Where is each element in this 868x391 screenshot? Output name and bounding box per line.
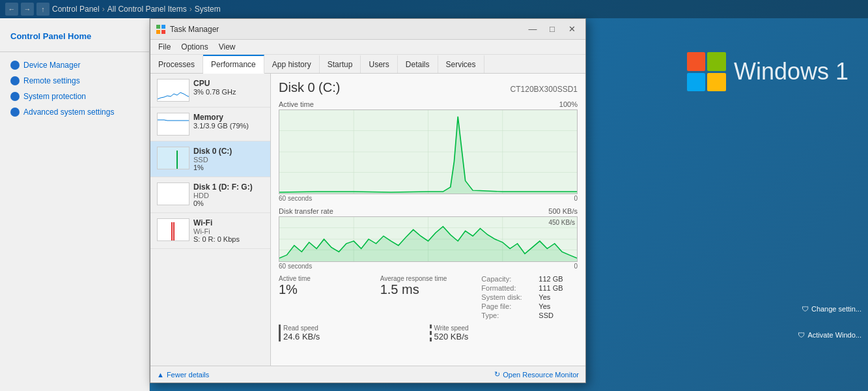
fewer-details-icon: ▲ (157, 371, 164, 379)
active-time-chart-container: Active time 100% (279, 100, 578, 202)
disk1-mini-chart (157, 182, 189, 205)
cpu-name: CPU (193, 79, 264, 88)
win-pane-yellow (707, 73, 726, 92)
maximize-button[interactable]: □ (544, 23, 561, 36)
device-manager-label: Device Manager (23, 61, 80, 70)
chart2-zero: 0 (574, 263, 578, 270)
resource-item-disk1[interactable]: Disk 1 (D: F: G:) HDD 0% (150, 177, 270, 213)
tab-processes[interactable]: Processes (150, 55, 203, 73)
chart2-max: 500 KB/s (548, 207, 578, 215)
nav-buttons: ← → ↑ (5, 3, 49, 16)
sidebar-item-system-protection[interactable]: System protection (0, 89, 149, 104)
tab-details[interactable]: Details (398, 55, 438, 73)
page-file-value: Yes (539, 302, 550, 310)
activate-label: Activate Windo... (807, 331, 861, 339)
disk1-detail: 0% (193, 199, 264, 207)
resource-item-cpu[interactable]: CPU 3% 0.78 GHz (150, 74, 270, 108)
device-manager-icon (10, 61, 20, 70)
resource-item-disk0[interactable]: Disk 0 (C:) SSD 1% (150, 141, 270, 177)
menu-view[interactable]: View (214, 41, 241, 53)
breadcrumb-item-2[interactable]: All Control Panel Items (107, 5, 187, 14)
up-button[interactable]: ↑ (36, 3, 49, 16)
win-pane-red (687, 52, 706, 71)
type-row: Type: SSD (481, 311, 578, 319)
write-speed-label: Write speed (434, 325, 578, 332)
system-disk-value: Yes (539, 293, 550, 301)
chart1-zero: 0 (574, 195, 578, 202)
close-button[interactable]: ✕ (563, 23, 580, 36)
task-manager-content: CPU 3% 0.78 GHz (150, 74, 585, 366)
tab-services[interactable]: Services (438, 55, 484, 73)
cpu-mini-chart (157, 79, 189, 102)
wifi-detail: S: 0 R: 0 Kbps (193, 235, 264, 243)
disk1-subname: HDD (193, 192, 264, 199)
disk-detail-header: Disk 0 (C:) CT120BX300SSD1 (279, 80, 578, 95)
tab-users[interactable]: Users (361, 55, 397, 73)
change-settings-label: Change settin... (811, 305, 861, 313)
svg-rect-3 (161, 30, 165, 34)
breadcrumb-item-3[interactable]: System (195, 5, 221, 14)
resource-monitor-label: Open Resource Monitor (503, 371, 579, 379)
svg-rect-5 (158, 147, 189, 169)
window-controls: — □ ✕ (524, 23, 580, 36)
task-manager-title: Task Manager (170, 25, 219, 34)
breadcrumb-item-1[interactable]: Control Panel (52, 5, 100, 14)
stat-active-time: Active time 1% (279, 275, 375, 321)
system-disk-label: System disk: (481, 293, 533, 301)
tab-performance[interactable]: Performance (203, 55, 264, 74)
wifi-info: Wi-Fi Wi-Fi S: 0 R: 0 Kbps (193, 218, 264, 243)
capacity-value: 112 GB (539, 275, 563, 283)
remote-settings-label: Remote settings (23, 76, 80, 85)
forward-button[interactable]: → (21, 3, 34, 16)
stat-avg-response: Average response time 1.5 ms (380, 275, 477, 321)
system-disk-row: System disk: Yes (481, 293, 578, 301)
task-manager-icon (156, 24, 166, 35)
write-speed-value: 520 KB/s (434, 332, 578, 341)
activate-windows-link[interactable]: 🛡 Activate Windo... (798, 331, 861, 339)
svg-rect-1 (161, 25, 165, 29)
resource-monitor-icon: ↻ (494, 370, 500, 379)
control-panel-sidebar: Control Panel Home Device Manager Remote… (0, 18, 150, 391)
tab-startup[interactable]: Startup (320, 55, 361, 73)
windows-logo-icon (687, 52, 726, 91)
memory-mini-chart (157, 113, 189, 136)
advanced-settings-label: Advanced system settings (23, 108, 114, 117)
wifi-name: Wi-Fi (193, 218, 264, 227)
fewer-details-link[interactable]: ▲ Fewer details (157, 371, 209, 379)
disk-detail-panel: Disk 0 (C:) CT120BX300SSD1 Active time 1… (271, 74, 585, 366)
transfer-rate-chart (279, 216, 578, 262)
menu-file[interactable]: File (153, 41, 176, 53)
task-manager-menubar: File Options View (150, 40, 585, 55)
sidebar-item-advanced-settings[interactable]: Advanced system settings (0, 104, 149, 120)
cpu-item-header: CPU 3% 0.78 GHz (157, 79, 264, 102)
read-write-speeds: Read speed 24.6 KB/s Write speed 520 KB/… (279, 325, 578, 341)
win-pane-blue (687, 73, 706, 92)
svg-rect-7 (158, 183, 189, 205)
open-resource-monitor-link[interactable]: ↻ Open Resource Monitor (494, 370, 579, 379)
back-button[interactable]: ← (5, 3, 18, 16)
chart1-time-row: 60 seconds 0 (279, 195, 578, 202)
chart2-label: Disk transfer rate (279, 207, 333, 215)
tab-app-history[interactable]: App history (264, 55, 320, 73)
stats-section: Active time 1% Average response time 1.5… (279, 275, 578, 321)
menu-options[interactable]: Options (176, 41, 213, 53)
windows-branding: Windows 1 (687, 52, 848, 91)
active-time-value: 1% (279, 282, 375, 297)
disk1-info: Disk 1 (D: F: G:) HDD 0% (193, 182, 264, 207)
change-settings-link[interactable]: 🛡 Change settin... (802, 305, 861, 313)
control-panel-home[interactable]: Control Panel Home (0, 26, 149, 46)
chart1-label: Active time (279, 100, 314, 108)
svg-rect-4 (158, 113, 189, 136)
sidebar-item-remote-settings[interactable]: Remote settings (0, 73, 149, 89)
chart1-max: 100% (559, 100, 578, 108)
sidebar-item-device-manager[interactable]: Device Manager (0, 57, 149, 73)
breadcrumb: Control Panel › All Control Panel Items … (52, 5, 221, 14)
minimize-button[interactable]: — (524, 23, 541, 36)
resource-item-memory[interactable]: Memory 3.1/3.9 GB (79%) (150, 108, 270, 141)
titlebar-left: Task Manager (156, 24, 219, 35)
memory-info: Memory 3.1/3.9 GB (79%) (193, 113, 264, 130)
type-value: SSD (539, 311, 553, 319)
resource-item-wifi[interactable]: Wi-Fi Wi-Fi S: 0 R: 0 Kbps (150, 213, 270, 249)
formatted-label: Formatted: (481, 284, 533, 292)
disk1-item-header: Disk 1 (D: F: G:) HDD 0% (157, 182, 264, 207)
